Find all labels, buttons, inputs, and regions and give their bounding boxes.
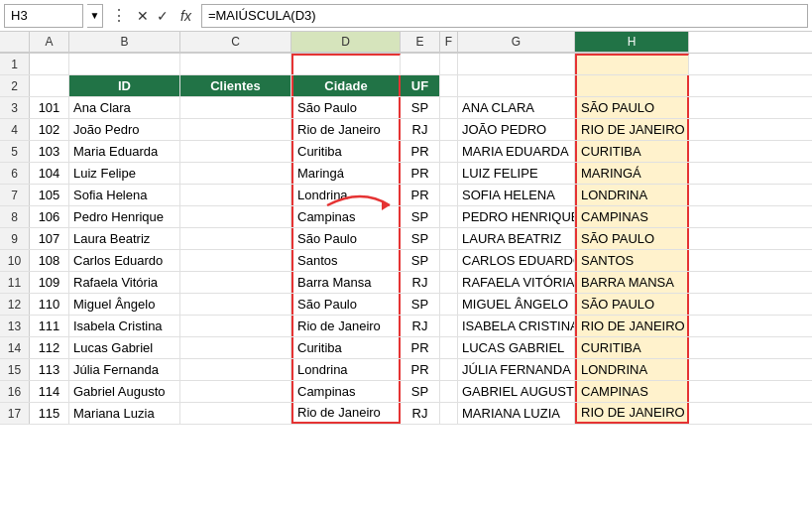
table-row: 17 115 Mariana Luzia Rio de Janeiro RJ M…	[0, 403, 812, 425]
formula-input[interactable]: =MAIÚSCULA(D3)	[201, 4, 808, 28]
col-header-c[interactable]: C	[180, 32, 291, 53]
header-clientes[interactable]: Clientes	[180, 75, 291, 96]
data-rows: 1 2 ID Clientes Cidade UF 3 101 Ana	[0, 54, 812, 425]
corner-cell	[0, 32, 30, 53]
table-row: 2 ID Clientes Cidade UF	[0, 75, 812, 97]
cancel-formula-button[interactable]: ✕	[135, 8, 151, 24]
col-header-e[interactable]: E	[401, 32, 440, 53]
table-row: 1	[0, 54, 812, 75]
table-row: 7 105 Sofia Helena Londrina PR SOFIA HEL…	[0, 185, 812, 206]
col-header-b[interactable]: B	[69, 32, 180, 53]
formula-text: =MAIÚSCULA(D3)	[208, 8, 316, 23]
name-box-value: H3	[11, 8, 28, 23]
table-row: 15 113 Júlia Fernanda Londrina PR JÚLIA …	[0, 359, 812, 381]
table-row: 3 101 Ana Clara São Paulo SP ANA CLARA S…	[0, 97, 812, 119]
table-row: 12 110 Miguel Ângelo São Paulo SP MIGUEL…	[0, 294, 812, 316]
confirm-formula-button[interactable]: ✓	[155, 8, 171, 24]
fx-label: fx	[174, 8, 197, 24]
col-header-h[interactable]: H	[575, 32, 689, 53]
table-row: 5 103 Maria Eduarda Curitiba PR MARIA ED…	[0, 141, 812, 163]
table-row: 8 106 Pedro Henrique Campinas SP PEDRO H…	[0, 206, 812, 228]
table-row: 6 104 Luiz Felipe Maringá PR LUIZ FELIPE…	[0, 163, 812, 185]
col-header-d[interactable]: D	[291, 32, 401, 53]
table-row: 16 114 Gabriel Augusto Campinas SP GABRI…	[0, 381, 812, 403]
header-uf[interactable]: UF	[401, 75, 440, 96]
formula-bar-area: H3 ▼ ⋮ ✕ ✓ fx =MAIÚSCULA(D3)	[0, 0, 812, 32]
table-row: 4 102 João Pedro Rio de Janeiro RJ JOÃO …	[0, 119, 812, 141]
table-row: 9 107 Laura Beatriz São Paulo SP LAURA B…	[0, 228, 812, 250]
spreadsheet-container: A B C D E F G H 1 2 ID Clientes Cidade	[0, 32, 812, 425]
table-row: 14 112 Lucas Gabriel Curitiba PR LUCAS G…	[0, 337, 812, 359]
column-headers: A B C D E F G H	[0, 32, 812, 54]
name-box-dropdown[interactable]: ▼	[87, 4, 103, 28]
table-row: 11 109 Rafaela Vitória Barra Mansa RJ RA…	[0, 272, 812, 294]
col-header-g[interactable]: G	[458, 32, 575, 53]
col-header-a[interactable]: A	[30, 32, 69, 53]
toolbar-menu-dots[interactable]: ⋮	[107, 6, 131, 25]
header-cidade[interactable]: Cidade	[291, 75, 401, 96]
name-box[interactable]: H3	[4, 4, 83, 28]
col-header-f[interactable]: F	[440, 32, 458, 53]
header-id[interactable]: ID	[69, 75, 180, 96]
table-row: 10 108 Carlos Eduardo Santos SP CARLOS E…	[0, 250, 812, 272]
table-row: 13 111 Isabela Cristina Rio de Janeiro R…	[0, 316, 812, 337]
